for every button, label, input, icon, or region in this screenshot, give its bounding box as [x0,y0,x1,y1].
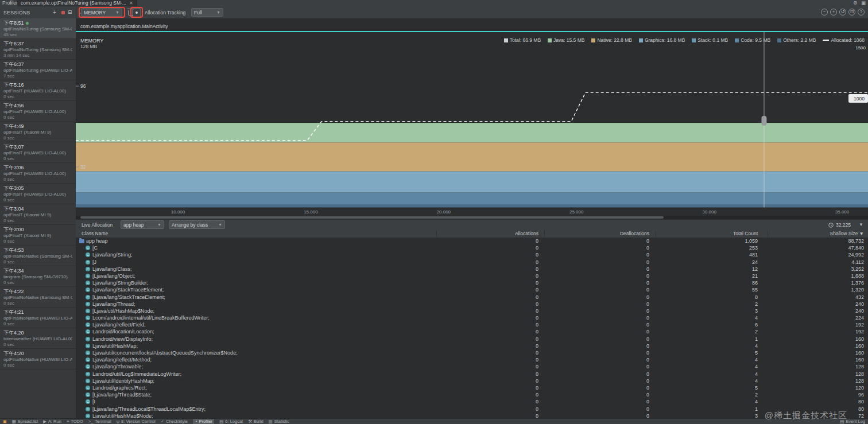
arrange-select[interactable]: Arrange by class ▼ [169,220,225,229]
tracking-mode-select[interactable]: Full ▼ [191,8,223,17]
session-item[interactable]: 下午4:53optFinalNoNative (Samsung SM-G973.… [0,246,76,266]
table-row[interactable]: C[Ljava/lang/Object;00211,688 [76,273,868,279]
session-time: 下午4:53 [3,247,72,254]
session-time: 下午6:37 [3,61,72,68]
statusbar-item[interactable]: ▦Spread.list [12,419,38,424]
table-row[interactable]: CLandroid/graphics/Rect;005120 [76,384,868,391]
chart-title: MEMORY [80,38,103,44]
session-item[interactable]: 下午6:37optFinalNoTuring (HUAWEI LIO-AL00)… [0,60,76,80]
zoom-in-icon[interactable]: + [830,9,837,15]
table-row[interactable]: C[C0025347,840 [76,244,868,251]
cell-deallocations: 0 [586,356,649,363]
memory-stage-select[interactable]: MEMORY ▼ [81,8,122,17]
table-row[interactable]: CLandroid/util/Log$ImmediateLogWriter;00… [76,371,868,378]
statusbar-item[interactable]: ✓CheckStyle [161,419,188,424]
statusbar-item[interactable]: ▶A: Run [43,419,61,424]
table-row[interactable]: CLandroid/location/Location;002192 [76,328,868,335]
session-item[interactable]: 下午3:00optFinalT (Xiaomi MI 9)0 sec [0,225,76,246]
statusbar-item[interactable]: ⚒Build [248,419,263,424]
session-item[interactable]: 下午8:51optFinalNoTuring (Samsung SM-G973.… [0,18,76,39]
table-row[interactable]: CLjava/util/IdentityHashMap;004128 [76,378,868,384]
gear-icon[interactable]: ⚙ [853,0,858,6]
table-row[interactable]: C[I00480 [76,398,868,405]
cell-shallow-size: 3,252 [801,266,864,273]
table-row[interactable]: CLjava/lang/String;0048124,992 [76,251,868,258]
help-icon[interactable]: ? [858,9,865,15]
toolwindow-toggle-icon[interactable]: ▣ [3,419,7,424]
table-row[interactable]: C[Ljava/lang/Thread$State;00296 [76,391,868,398]
table-row[interactable]: CLcom/android/internal/util/LineBreakBuf… [76,314,868,321]
cell-total-count: 253 [695,244,758,251]
session-item[interactable]: 下午3:04optFinalT (Xiaomi MI 9)0 sec [0,204,76,225]
event-log-label: Event Log [846,419,865,424]
row-class-name: app heap [86,238,108,244]
column-header-class-name[interactable]: Class Name [82,229,108,238]
table-row[interactable]: CLjava/lang/Class;00123,252 [76,266,868,273]
statusbar-item[interactable]: ψ8: Version Control [117,419,156,424]
close-icon[interactable]: ✕ [129,0,133,6]
profiler-toolbar: SESSIONS + ⊟ ← MEMORY ▼ Allocation Track… [0,6,868,19]
table-row[interactable]: CLjava/lang/StringBuilder;00861,376 [76,279,868,286]
statusbar-item[interactable]: ▤6: Logcat [219,419,243,424]
column-header-total-count[interactable]: Total Count [695,229,758,238]
statusbar-item[interactable]: ≡TODO [67,419,83,424]
reset-zoom-icon[interactable]: ↺ [839,9,846,15]
sessions-header: SESSIONS + ⊟ [0,6,76,18]
table-row[interactable]: CLjava/lang/reflect/Method;004160 [76,356,868,363]
session-duration: 0 sec [3,197,72,203]
scrollbar-thumb[interactable] [80,216,664,219]
memory-chart[interactable]: 128 MB963215001000 [76,32,868,208]
horizontal-scrollbar[interactable] [76,216,868,219]
column-header-allocations[interactable]: Allocations [475,229,538,238]
record-allocations-icon[interactable] [133,9,141,17]
statusbar-item[interactable]: >_Terminal [88,419,111,424]
collapse-panel-icon[interactable]: ⊟ [68,9,72,15]
session-name: optFinalNoNative (HUAWEI LIO-AL00) [3,357,72,363]
session-item[interactable]: 下午3:07optFinalT (HUAWEI LIO-AL00)0 sec [0,142,76,163]
table-row[interactable]: C[Ljava/lang/ThreadLocal$ThreadLocalMap$… [76,406,868,413]
heap-select[interactable]: app heap ▼ [121,220,164,229]
session-item[interactable]: 下午4:22optFinalNoNative (Samsung SM-G973.… [0,287,76,308]
table-row[interactable]: CLjava/util/HashMap;004160 [76,343,868,349]
legend-label: Stack: 0.1 MB [698,37,728,43]
filter-icon[interactable]: ▼ [859,222,863,227]
scrubber-handle[interactable] [761,116,766,126]
table-row[interactable]: CLjava/lang/reflect/Field;006192 [76,321,868,328]
table-row[interactable]: CLjava/lang/Throwable;004128 [76,363,868,370]
session-item[interactable]: 下午3:06optFinalT (HUAWEI LIO-AL00)0 sec [0,163,76,184]
table-row[interactable]: C[J00244,112 [76,259,868,266]
table-row[interactable]: CLandroid/view/DisplayInfo;001160 [76,336,868,343]
cell-total-count: 4 [695,356,758,363]
row-class-name: Landroid/graphics/Rect; [92,384,147,391]
session-item[interactable]: 下午4:34tangram (Samsung SM-G9730)0 sec [0,266,76,287]
statusbar-item[interactable]: ◔Profiler [193,419,214,424]
axis-label: 32 [80,164,86,170]
session-name: optFinalT (HUAWEI LIO-AL00) [3,192,72,197]
table-row[interactable]: app heap001,05988,732 [76,238,868,244]
table-row[interactable]: C[Ljava/util/HashMap$Node;003240 [76,308,868,314]
table-row[interactable]: CLjava/lang/Thread;002240 [76,301,868,308]
statusbar-item[interactable]: ▥Statistic [269,419,289,424]
session-name: totemweather (HUAWEI LIO-AL00) [3,336,72,342]
stop-session-icon[interactable] [61,11,65,14]
session-item[interactable]: 下午4:49optFinalT (Xiaomi MI 9)0 sec [0,122,76,142]
zoom-out-icon[interactable]: − [821,9,828,15]
session-item[interactable]: 下午4:20optFinalNoNative (HUAWEI LIO-AL00)… [0,349,76,369]
column-header-shallow-size[interactable]: Shallow Size ▼ [801,229,864,238]
table-header[interactable]: Class NameAllocationsDeallocationsTotal … [76,229,868,238]
profiler-session-tab[interactable]: com.example.optFinalNoTuring (Samsung SM… [17,0,137,6]
session-item[interactable]: 下午6:37optFinalNoTuring (Samsung SM-G973.… [0,39,76,60]
session-item[interactable]: 下午4:20totemweather (HUAWEI LIO-AL00)0 se… [0,328,76,349]
table-row[interactable]: CLjava/lang/StackTraceElement;00551,320 [76,286,868,293]
session-item[interactable]: 下午4:56optFinalT (HUAWEI LIO-AL00)0 sec [0,101,76,122]
add-session-icon[interactable]: + [53,9,56,15]
table-row[interactable]: CLjava/util/concurrent/locks/AbstractQue… [76,349,868,356]
hide-panel-icon[interactable]: ▣ [861,0,866,6]
table-row[interactable]: C[Ljava/lang/StackTraceElement;008432 [76,294,868,301]
column-header-deallocations[interactable]: Deallocations [586,229,649,238]
arrange-select-value: Arrange by class [172,222,208,228]
session-item[interactable]: 下午5:16optFinalT (HUAWEI LIO-AL00)0 sec [0,80,76,101]
zoom-to-selection-icon[interactable]: ⊡ [848,9,855,15]
session-item[interactable]: 下午4:21optFinalNoNative (HUAWEI LIO-AL00)… [0,308,76,328]
session-item[interactable]: 下午3:05optFinalT (HUAWEI LIO-AL00)0 sec [0,184,76,204]
